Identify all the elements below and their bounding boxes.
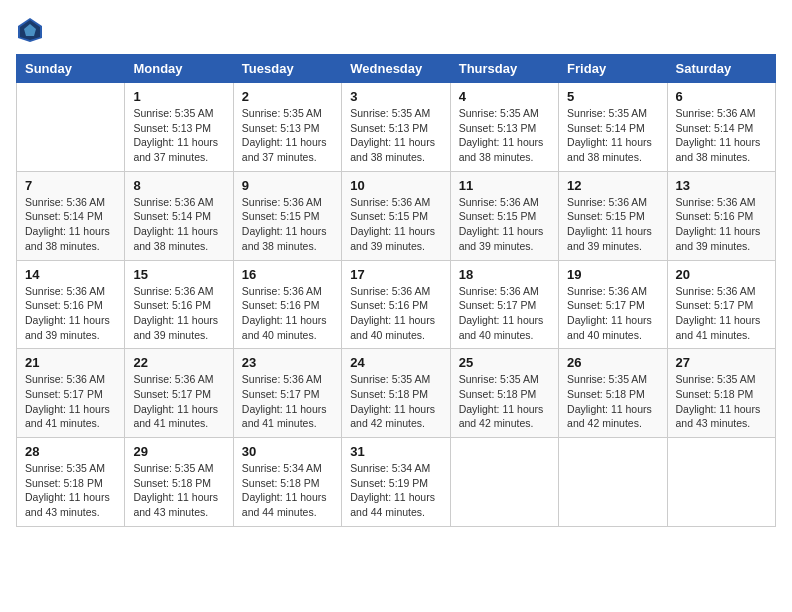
day-number: 7 <box>25 178 116 193</box>
day-info: Sunrise: 5:36 AMSunset: 5:14 PMDaylight:… <box>133 195 224 254</box>
day-info: Sunrise: 5:36 AMSunset: 5:17 PMDaylight:… <box>133 372 224 431</box>
col-header-sunday: Sunday <box>17 55 125 83</box>
day-number: 30 <box>242 444 333 459</box>
calendar-cell: 18Sunrise: 5:36 AMSunset: 5:17 PMDayligh… <box>450 260 558 349</box>
day-info: Sunrise: 5:35 AMSunset: 5:18 PMDaylight:… <box>133 461 224 520</box>
calendar-cell: 26Sunrise: 5:35 AMSunset: 5:18 PMDayligh… <box>559 349 667 438</box>
calendar-cell: 23Sunrise: 5:36 AMSunset: 5:17 PMDayligh… <box>233 349 341 438</box>
logo-icon <box>16 16 44 44</box>
calendar-cell: 12Sunrise: 5:36 AMSunset: 5:15 PMDayligh… <box>559 171 667 260</box>
calendar-cell: 10Sunrise: 5:36 AMSunset: 5:15 PMDayligh… <box>342 171 450 260</box>
header <box>16 16 776 44</box>
calendar-week-row: 28Sunrise: 5:35 AMSunset: 5:18 PMDayligh… <box>17 438 776 527</box>
day-info: Sunrise: 5:36 AMSunset: 5:15 PMDaylight:… <box>242 195 333 254</box>
day-info: Sunrise: 5:36 AMSunset: 5:17 PMDaylight:… <box>25 372 116 431</box>
calendar-cell <box>17 83 125 172</box>
calendar-header-row: SundayMondayTuesdayWednesdayThursdayFrid… <box>17 55 776 83</box>
day-number: 20 <box>676 267 767 282</box>
calendar-cell: 2Sunrise: 5:35 AMSunset: 5:13 PMDaylight… <box>233 83 341 172</box>
calendar-cell: 4Sunrise: 5:35 AMSunset: 5:13 PMDaylight… <box>450 83 558 172</box>
calendar-week-row: 7Sunrise: 5:36 AMSunset: 5:14 PMDaylight… <box>17 171 776 260</box>
day-number: 27 <box>676 355 767 370</box>
calendar-cell: 27Sunrise: 5:35 AMSunset: 5:18 PMDayligh… <box>667 349 775 438</box>
day-info: Sunrise: 5:35 AMSunset: 5:14 PMDaylight:… <box>567 106 658 165</box>
calendar-cell: 11Sunrise: 5:36 AMSunset: 5:15 PMDayligh… <box>450 171 558 260</box>
day-number: 10 <box>350 178 441 193</box>
day-number: 6 <box>676 89 767 104</box>
day-number: 4 <box>459 89 550 104</box>
day-info: Sunrise: 5:36 AMSunset: 5:17 PMDaylight:… <box>459 284 550 343</box>
day-number: 19 <box>567 267 658 282</box>
calendar-cell: 7Sunrise: 5:36 AMSunset: 5:14 PMDaylight… <box>17 171 125 260</box>
day-info: Sunrise: 5:35 AMSunset: 5:18 PMDaylight:… <box>350 372 441 431</box>
calendar-cell: 22Sunrise: 5:36 AMSunset: 5:17 PMDayligh… <box>125 349 233 438</box>
day-number: 14 <box>25 267 116 282</box>
calendar-cell: 25Sunrise: 5:35 AMSunset: 5:18 PMDayligh… <box>450 349 558 438</box>
calendar-cell: 29Sunrise: 5:35 AMSunset: 5:18 PMDayligh… <box>125 438 233 527</box>
calendar-cell <box>667 438 775 527</box>
day-info: Sunrise: 5:36 AMSunset: 5:15 PMDaylight:… <box>459 195 550 254</box>
calendar-cell: 13Sunrise: 5:36 AMSunset: 5:16 PMDayligh… <box>667 171 775 260</box>
day-info: Sunrise: 5:36 AMSunset: 5:16 PMDaylight:… <box>676 195 767 254</box>
day-info: Sunrise: 5:36 AMSunset: 5:17 PMDaylight:… <box>242 372 333 431</box>
calendar-cell: 28Sunrise: 5:35 AMSunset: 5:18 PMDayligh… <box>17 438 125 527</box>
day-info: Sunrise: 5:36 AMSunset: 5:16 PMDaylight:… <box>242 284 333 343</box>
day-number: 17 <box>350 267 441 282</box>
calendar-cell <box>450 438 558 527</box>
day-number: 13 <box>676 178 767 193</box>
calendar-cell: 8Sunrise: 5:36 AMSunset: 5:14 PMDaylight… <box>125 171 233 260</box>
calendar-cell: 19Sunrise: 5:36 AMSunset: 5:17 PMDayligh… <box>559 260 667 349</box>
day-info: Sunrise: 5:35 AMSunset: 5:13 PMDaylight:… <box>133 106 224 165</box>
day-number: 29 <box>133 444 224 459</box>
calendar-cell: 16Sunrise: 5:36 AMSunset: 5:16 PMDayligh… <box>233 260 341 349</box>
calendar-week-row: 14Sunrise: 5:36 AMSunset: 5:16 PMDayligh… <box>17 260 776 349</box>
calendar-cell <box>559 438 667 527</box>
day-number: 5 <box>567 89 658 104</box>
calendar-cell: 20Sunrise: 5:36 AMSunset: 5:17 PMDayligh… <box>667 260 775 349</box>
day-number: 22 <box>133 355 224 370</box>
day-number: 28 <box>25 444 116 459</box>
day-number: 23 <box>242 355 333 370</box>
calendar-cell: 3Sunrise: 5:35 AMSunset: 5:13 PMDaylight… <box>342 83 450 172</box>
day-number: 1 <box>133 89 224 104</box>
calendar-cell: 15Sunrise: 5:36 AMSunset: 5:16 PMDayligh… <box>125 260 233 349</box>
day-number: 11 <box>459 178 550 193</box>
day-info: Sunrise: 5:35 AMSunset: 5:18 PMDaylight:… <box>25 461 116 520</box>
day-info: Sunrise: 5:34 AMSunset: 5:19 PMDaylight:… <box>350 461 441 520</box>
calendar-table: SundayMondayTuesdayWednesdayThursdayFrid… <box>16 54 776 527</box>
calendar-cell: 24Sunrise: 5:35 AMSunset: 5:18 PMDayligh… <box>342 349 450 438</box>
day-info: Sunrise: 5:35 AMSunset: 5:13 PMDaylight:… <box>242 106 333 165</box>
col-header-thursday: Thursday <box>450 55 558 83</box>
day-number: 26 <box>567 355 658 370</box>
day-info: Sunrise: 5:35 AMSunset: 5:18 PMDaylight:… <box>567 372 658 431</box>
calendar-cell: 1Sunrise: 5:35 AMSunset: 5:13 PMDaylight… <box>125 83 233 172</box>
day-number: 25 <box>459 355 550 370</box>
day-number: 3 <box>350 89 441 104</box>
day-info: Sunrise: 5:36 AMSunset: 5:16 PMDaylight:… <box>133 284 224 343</box>
day-number: 21 <box>25 355 116 370</box>
col-header-friday: Friday <box>559 55 667 83</box>
day-info: Sunrise: 5:36 AMSunset: 5:17 PMDaylight:… <box>567 284 658 343</box>
day-info: Sunrise: 5:36 AMSunset: 5:15 PMDaylight:… <box>567 195 658 254</box>
logo <box>16 16 46 44</box>
day-number: 9 <box>242 178 333 193</box>
day-number: 12 <box>567 178 658 193</box>
day-info: Sunrise: 5:36 AMSunset: 5:14 PMDaylight:… <box>676 106 767 165</box>
day-number: 15 <box>133 267 224 282</box>
col-header-tuesday: Tuesday <box>233 55 341 83</box>
calendar-cell: 17Sunrise: 5:36 AMSunset: 5:16 PMDayligh… <box>342 260 450 349</box>
day-info: Sunrise: 5:35 AMSunset: 5:13 PMDaylight:… <box>459 106 550 165</box>
day-number: 16 <box>242 267 333 282</box>
calendar-cell: 5Sunrise: 5:35 AMSunset: 5:14 PMDaylight… <box>559 83 667 172</box>
col-header-monday: Monday <box>125 55 233 83</box>
day-info: Sunrise: 5:36 AMSunset: 5:15 PMDaylight:… <box>350 195 441 254</box>
day-info: Sunrise: 5:36 AMSunset: 5:14 PMDaylight:… <box>25 195 116 254</box>
day-info: Sunrise: 5:35 AMSunset: 5:13 PMDaylight:… <box>350 106 441 165</box>
day-number: 18 <box>459 267 550 282</box>
calendar-cell: 9Sunrise: 5:36 AMSunset: 5:15 PMDaylight… <box>233 171 341 260</box>
day-info: Sunrise: 5:34 AMSunset: 5:18 PMDaylight:… <box>242 461 333 520</box>
day-number: 24 <box>350 355 441 370</box>
col-header-saturday: Saturday <box>667 55 775 83</box>
calendar-cell: 14Sunrise: 5:36 AMSunset: 5:16 PMDayligh… <box>17 260 125 349</box>
day-number: 8 <box>133 178 224 193</box>
